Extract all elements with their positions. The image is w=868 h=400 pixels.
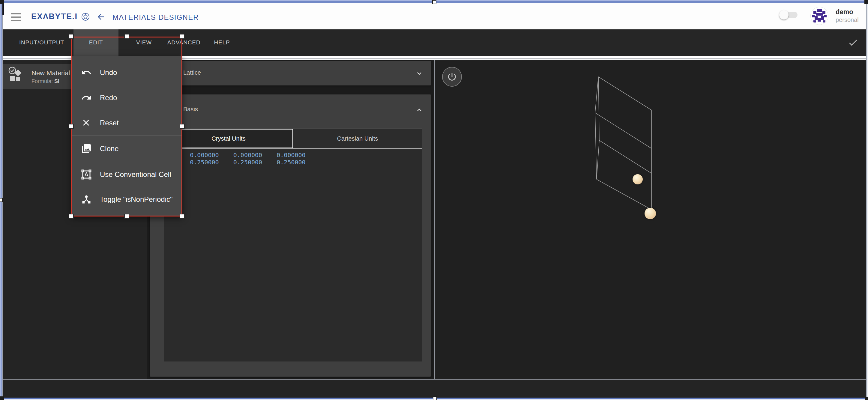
capture-frame-right	[866, 0, 868, 400]
tab-cartesian-units[interactable]: Cartesian Units	[293, 129, 422, 148]
frame-handle-bottom-left[interactable]	[0, 396, 4, 400]
unit-cell-wireframe	[579, 69, 681, 231]
logo-globe-icon	[81, 12, 90, 21]
accept-check-icon[interactable]	[847, 37, 859, 48]
user-name[interactable]: demo	[836, 8, 853, 16]
menu-input-output[interactable]: INPUT/OUTPUT	[16, 29, 67, 56]
material-title: New Material	[31, 69, 70, 77]
annotation-handle-left-middle[interactable]	[69, 124, 74, 129]
tab-crystal-units[interactable]: Crystal Units	[164, 129, 293, 148]
back-arrow-icon[interactable]	[96, 12, 105, 21]
basis-row: Si 0.250000 0.250000 0.250000	[168, 159, 306, 166]
annotation-selection-rect[interactable]	[71, 37, 182, 216]
page-title: MATERIALS DESIGNER	[113, 13, 199, 22]
user-account-type: personal	[836, 17, 859, 23]
annotation-handle-top-right[interactable]	[180, 34, 185, 39]
theme-toggle-knob[interactable]	[779, 10, 788, 20]
annotation-handle-right-middle[interactable]	[180, 124, 185, 129]
atom-si-2[interactable]	[645, 208, 656, 219]
atom-si-1[interactable]	[632, 174, 643, 184]
annotation-handle-bottom-left[interactable]	[69, 214, 74, 219]
frame-handle-top-right[interactable]	[864, 0, 868, 4]
app-bar: EXΛBYTE.I MATERIALS DESIGNER	[3, 3, 866, 29]
power-icon	[447, 72, 457, 82]
material-formula: Formula: Si	[31, 78, 59, 85]
frame-handle-bottom-center[interactable]	[433, 396, 437, 400]
exabyte-logo[interactable]: EXΛBYTE.I	[31, 12, 78, 21]
annotation-handle-bottom-right[interactable]	[180, 214, 185, 219]
frame-handle-top-left[interactable]	[0, 0, 4, 4]
basis-section-label: Basis	[183, 106, 198, 113]
power-button[interactable]	[442, 67, 462, 87]
avatar[interactable]	[810, 7, 829, 25]
frame-handle-left-middle[interactable]	[0, 198, 3, 202]
chevron-up-icon[interactable]	[415, 106, 424, 114]
hamburger-menu-icon[interactable]	[11, 13, 21, 23]
lattice-section[interactable]: Lattice	[150, 61, 431, 86]
lattice-section-label: Lattice	[183, 69, 201, 76]
material-3d-viewer[interactable]	[435, 60, 866, 379]
basis-units-tabs: Crystal Units Cartesian Units	[164, 129, 422, 148]
menu-help[interactable]: HELP	[209, 29, 236, 56]
frame-handle-top-center[interactable]	[432, 0, 436, 4]
frame-handle-bottom-right[interactable]	[865, 397, 868, 400]
chevron-down-icon[interactable]	[415, 69, 424, 78]
basis-coordinates-editor[interactable]: Si 0.000000 0.000000 0.000000 Si 0.25000…	[164, 148, 422, 362]
basis-section: Basis Crystal Units Cartesian Units Si 0…	[150, 94, 431, 377]
basis-row: Si 0.000000 0.000000 0.000000	[168, 151, 306, 159]
annotation-handle-top-center[interactable]	[124, 34, 129, 39]
bottom-bar	[3, 379, 866, 398]
material-shapes-icon	[8, 67, 25, 85]
material-form-panel: Lattice Basis Crystal Units Cartesian Un…	[147, 60, 434, 379]
annotation-handle-bottom-center[interactable]	[124, 214, 129, 219]
annotation-handle-top-left[interactable]	[69, 34, 74, 39]
